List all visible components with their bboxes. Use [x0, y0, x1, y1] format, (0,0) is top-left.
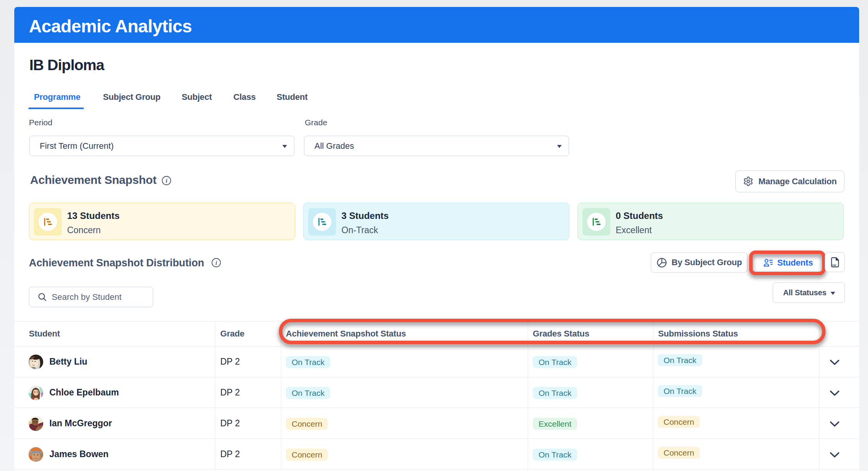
svg-text:csv: csv	[832, 264, 836, 266]
svg-text:i: i	[215, 260, 217, 266]
svg-text:i: i	[165, 178, 167, 184]
